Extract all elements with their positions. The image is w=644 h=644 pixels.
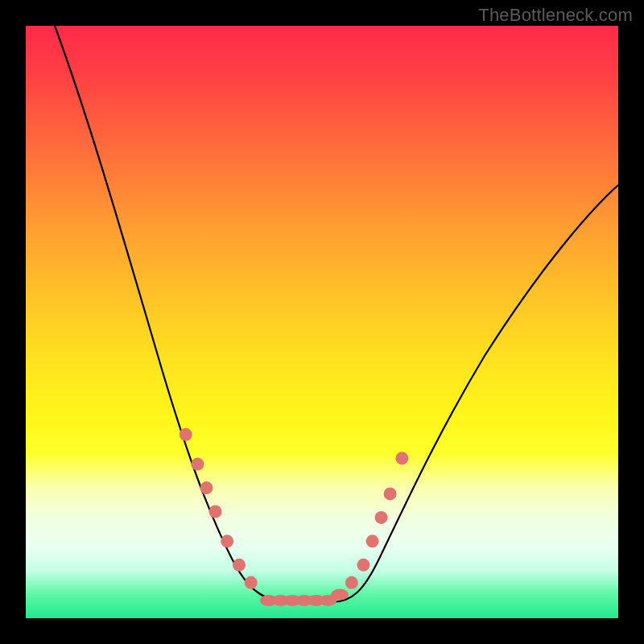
marker-group	[180, 428, 409, 606]
curve-marker-dot	[221, 535, 233, 547]
plot-area	[26, 26, 618, 618]
curve-marker-dot	[191, 458, 204, 471]
curve-marker-dot	[331, 589, 349, 601]
curve-marker-dot	[209, 506, 222, 518]
bottleneck-curve-path	[55, 26, 618, 602]
curve-marker-dot	[395, 452, 408, 464]
curve-marker-dot	[384, 487, 397, 500]
curve-marker-dot	[345, 576, 358, 589]
curve-marker-dot	[366, 535, 379, 547]
chart-frame: TheBottleneck.com	[0, 0, 644, 644]
curve-marker-dot	[233, 559, 246, 572]
watermark-text: TheBottleneck.com	[478, 5, 633, 26]
bottleneck-curve-svg	[26, 26, 618, 618]
curve-marker-dot	[200, 481, 213, 494]
curve-marker-dot	[357, 559, 370, 572]
curve-marker-dot	[245, 576, 258, 589]
curve-marker-dot	[375, 511, 388, 524]
curve-marker-dot	[180, 428, 192, 441]
